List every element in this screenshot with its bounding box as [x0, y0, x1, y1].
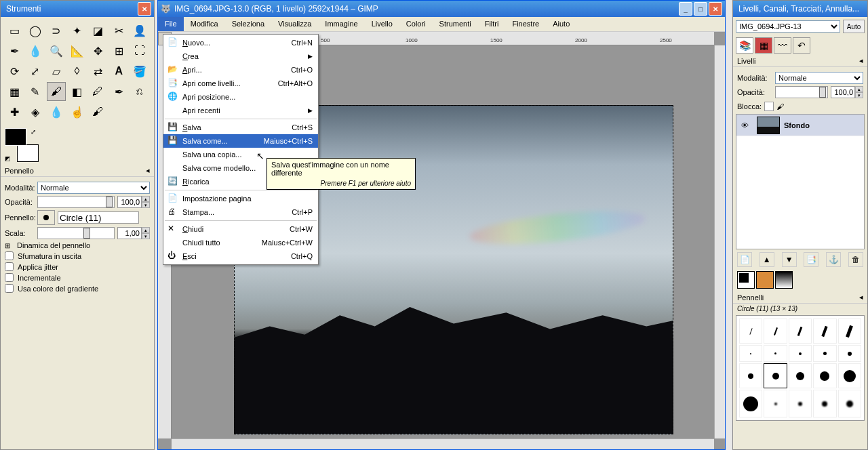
- brush-cell[interactable]: [789, 319, 812, 344]
- brush-cell[interactable]: [813, 345, 836, 362]
- menu-item-apri-posizione-[interactable]: 🌐Apri posizione...: [163, 90, 318, 104]
- paths-tab[interactable]: 〰: [774, 37, 791, 54]
- flip-tool[interactable]: ⇄: [88, 62, 107, 81]
- menu-item-chiudi[interactable]: ✕ChiudiCtrl+W: [163, 222, 318, 236]
- brush-cell[interactable]: [764, 363, 787, 388]
- bucket-fill-tool[interactable]: 🪣: [130, 62, 149, 81]
- brush-cell[interactable]: [739, 345, 762, 362]
- default-colors-icon[interactable]: ◩: [5, 155, 11, 162]
- horizontal-scrollbar[interactable]: [172, 438, 714, 449]
- brush-cell[interactable]: [789, 363, 812, 388]
- menu-item-salva[interactable]: 💾SalvaCtrl+S: [163, 121, 318, 134]
- fade-checkbox[interactable]: [5, 251, 14, 260]
- brush-cell[interactable]: [838, 319, 861, 344]
- toolbox-close-button[interactable]: ✕: [138, 2, 151, 16]
- anchor-layer-button[interactable]: ⚓: [826, 252, 841, 267]
- menu-item-salva-come-[interactable]: 💾Salva come...Maiusc+Ctrl+S: [163, 134, 318, 148]
- brush-cell[interactable]: [813, 363, 836, 388]
- fuzzy-select-tool[interactable]: ✦: [68, 21, 87, 40]
- brush-cell[interactable]: [838, 390, 861, 417]
- menu-item-crea[interactable]: Crea▶: [163, 49, 318, 63]
- brush-cell[interactable]: [838, 345, 861, 362]
- paths-tool[interactable]: ✒: [5, 41, 24, 60]
- ink-tool[interactable]: ✒: [109, 82, 128, 101]
- scale-down[interactable]: ▾: [142, 233, 150, 239]
- perspective-tool[interactable]: ◊: [68, 62, 87, 81]
- eraser-tool[interactable]: ◧: [68, 82, 87, 101]
- mode-select[interactable]: Normale: [37, 182, 150, 194]
- airbrush-tool[interactable]: 🖊: [88, 82, 107, 101]
- foreground-select-tool[interactable]: 👤: [130, 21, 149, 40]
- move-tool[interactable]: ✥: [88, 41, 107, 60]
- layer-visibility-icon[interactable]: 👁: [736, 121, 753, 129]
- gradient-checkbox[interactable]: [5, 284, 14, 293]
- delete-layer-button[interactable]: 🗑: [848, 252, 863, 267]
- smudge-tool[interactable]: ☝: [68, 102, 87, 121]
- lock-pixels-checkbox[interactable]: [764, 102, 774, 111]
- layer-mode-select[interactable]: Normale: [775, 72, 863, 84]
- scale-up[interactable]: ▴: [142, 227, 150, 233]
- color-swatch[interactable]: ⤢ ◩: [5, 128, 39, 162]
- layer-opacity-slider[interactable]: [775, 86, 828, 98]
- minimize-button[interactable]: _: [679, 2, 692, 16]
- menu-item-apri-[interactable]: 📂Apri...Ctrl+O: [163, 63, 318, 77]
- menu-colors[interactable]: Colori: [399, 17, 433, 31]
- layer-opacity-input[interactable]: [831, 86, 855, 98]
- fg-color-tab[interactable]: [737, 271, 755, 289]
- rotate-tool[interactable]: ⟳: [5, 62, 24, 81]
- swap-colors-icon[interactable]: ⤢: [31, 128, 36, 136]
- brushes-panel-menu-icon[interactable]: ◂: [859, 293, 863, 302]
- new-layer-button[interactable]: 📄: [737, 252, 752, 267]
- scale-tool[interactable]: ⤢: [26, 62, 45, 81]
- channels-tab[interactable]: ▦: [755, 37, 772, 54]
- menu-item-chiudi-tutto[interactable]: Chiudi tuttoMaiusc+Ctrl+W: [163, 236, 318, 249]
- crop-tool[interactable]: ⛶: [130, 41, 149, 60]
- dodge-burn-tool[interactable]: 🖌: [88, 102, 107, 121]
- paintbrush-tool[interactable]: 🖌: [47, 82, 66, 101]
- layer-thumbnail[interactable]: [757, 117, 780, 134]
- menu-view[interactable]: Visualizza: [271, 17, 318, 31]
- brush-cell[interactable]: [764, 345, 787, 362]
- menu-edit[interactable]: Modifica: [184, 17, 225, 31]
- menu-item-apri-come-livelli-[interactable]: 📑Apri come livelli...Ctrl+Alt+O: [163, 77, 318, 90]
- zoom-tool[interactable]: 🔍: [47, 41, 66, 60]
- brush-cell[interactable]: [789, 390, 812, 417]
- undo-tab[interactable]: ↶: [793, 37, 810, 54]
- perspective-clone-tool[interactable]: ◈: [26, 102, 45, 121]
- scissors-tool[interactable]: ✂: [109, 21, 128, 40]
- layer-row[interactable]: 👁 Sfondo: [736, 115, 864, 136]
- menu-layer[interactable]: Livello: [365, 17, 399, 31]
- incremental-checkbox[interactable]: [5, 273, 14, 282]
- menu-item-stampa-[interactable]: 🖨Stampa...Ctrl+P: [163, 205, 318, 219]
- scale-slider[interactable]: [37, 227, 115, 239]
- align-tool[interactable]: ⊞: [109, 41, 128, 60]
- panel-menu-icon[interactable]: ◂: [146, 166, 150, 175]
- gradient-tab[interactable]: [775, 271, 793, 289]
- brush-cell[interactable]: [739, 390, 762, 417]
- layer-name[interactable]: Sfondo: [784, 121, 810, 129]
- dynamic-expander[interactable]: [5, 241, 13, 249]
- rect-select-tool[interactable]: ▭: [5, 21, 24, 40]
- brush-cell[interactable]: [813, 319, 836, 344]
- close-button[interactable]: ✕: [709, 2, 722, 16]
- gradient-tool[interactable]: ▦: [5, 82, 24, 101]
- brush-cell[interactable]: [764, 390, 787, 417]
- menu-item-nuovo-[interactable]: 📄Nuovo...Ctrl+N: [163, 36, 318, 49]
- opacity-down[interactable]: ▾: [142, 202, 150, 208]
- menu-file[interactable]: File: [158, 17, 184, 31]
- menu-tools[interactable]: Strumenti: [433, 17, 478, 31]
- scale-input[interactable]: [117, 227, 142, 239]
- image-selector[interactable]: IMG_0694.JPG-13: [736, 20, 840, 33]
- menu-help[interactable]: Aiuto: [546, 17, 576, 31]
- menu-item-apri-recenti[interactable]: Apri recenti▶: [163, 104, 318, 117]
- raise-layer-button[interactable]: ▲: [760, 252, 774, 267]
- duplicate-layer-button[interactable]: 📑: [804, 252, 818, 267]
- lasso-tool[interactable]: ⊃: [47, 21, 66, 40]
- color-select-tool[interactable]: ◪: [88, 21, 107, 40]
- layers-tab[interactable]: 📚: [736, 37, 753, 54]
- clone-tool[interactable]: ⎌: [130, 82, 149, 101]
- brush-preview[interactable]: [37, 210, 55, 225]
- auto-button[interactable]: Auto: [843, 20, 865, 33]
- menu-filters[interactable]: Filtri: [478, 17, 506, 31]
- brush-cell[interactable]: [838, 363, 861, 388]
